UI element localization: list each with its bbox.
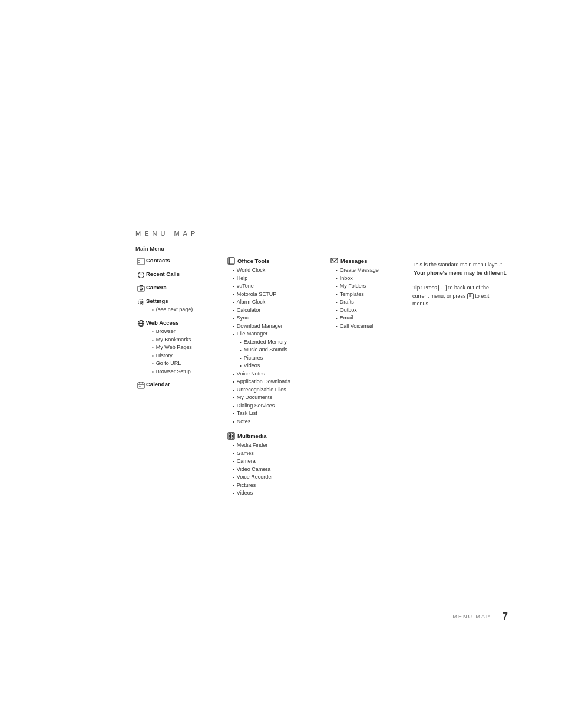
back-key-icon: ← (438, 285, 447, 291)
svg-text:31: 31 (138, 385, 141, 388)
calendar-label: Calendar (146, 380, 170, 388)
svg-rect-20 (232, 433, 233, 435)
multimedia-section: Multimedia •Media Finder •Games •Camera … (227, 431, 330, 498)
columns-wrapper: Contacts Recent Calls (135, 256, 465, 502)
messages-section: Messages •Create Message •Inbox •My Fold… (330, 256, 412, 330)
menu-item-calendar: 31 Calendar (135, 380, 227, 389)
svg-point-7 (138, 299, 144, 305)
messages-heading: Messages (330, 256, 412, 265)
svg-rect-16 (227, 257, 234, 263)
menu-item-contacts: Contacts (135, 256, 227, 265)
messages-items: •Create Message •Inbox •My Folders •Temp… (336, 266, 412, 330)
settings-icon (135, 298, 146, 306)
web-access-subitem-browser: • Browser (152, 328, 192, 336)
tip-label: Tip: (412, 285, 422, 291)
web-access-subitem-webpages: • My Web Pages (152, 344, 192, 352)
col2: Office Tools •World Clock •Help •vuTone … (227, 256, 330, 502)
menu-item-recent-calls: Recent Calls (135, 270, 227, 279)
multimedia-label: Multimedia (237, 433, 267, 439)
contacts-label: Contacts (146, 256, 170, 264)
web-access-subitem-browsersetup: • Browser Setup (152, 368, 192, 376)
svg-rect-21 (229, 436, 230, 438)
info-box: This is the standard main menu layout. Y… (412, 261, 507, 277)
svg-point-6 (140, 301, 142, 303)
info-bold: Your phone's menu may be different. (414, 270, 507, 276)
menu-item-settings: Settings • (see next page) (135, 297, 227, 314)
multimedia-heading: Multimedia (227, 431, 330, 440)
messages-label: Messages (340, 258, 367, 264)
bullet: • (152, 307, 154, 314)
office-tools-items: •World Clock •Help •vuTone •Motorola SET… (233, 266, 330, 426)
office-tools-icon (227, 256, 235, 265)
exit-key-icon: ≡ (467, 293, 474, 299)
recent-calls-label: Recent Calls (146, 270, 180, 278)
office-tools-heading: Office Tools (227, 256, 330, 265)
page-content: MENU MAP Main Menu Contacts (135, 230, 465, 502)
multimedia-icon (227, 431, 235, 440)
camera-label: Camera (146, 284, 167, 291)
menu-item-web-access: Web Access • Browser • My Bookmarks • My (135, 319, 227, 375)
settings-label: Settings (146, 297, 193, 305)
settings-subitem-0: • (see next page) (152, 306, 193, 314)
web-access-subitem-history: • History (152, 352, 192, 360)
calendar-icon: 31 (135, 381, 146, 389)
settings-subitems: • (see next page) (152, 306, 193, 314)
contacts-icon (135, 257, 146, 265)
menu-item-camera: Camera (135, 284, 227, 292)
svg-rect-22 (232, 436, 233, 438)
web-access-subitems: • Browser • My Bookmarks • My Web Pages (152, 328, 192, 375)
messages-icon (330, 256, 338, 265)
page-number: 7 (503, 611, 509, 622)
web-access-label: Web Access (146, 319, 192, 327)
svg-rect-0 (138, 258, 144, 265)
page-title: MENU MAP (135, 230, 465, 237)
tip-text1: Press (424, 285, 437, 291)
camera-icon (135, 284, 146, 292)
info-text: This is the standard main menu layout. (412, 262, 504, 268)
multimedia-items: •Media Finder •Games •Camera •Video Came… (233, 442, 330, 498)
col3: Messages •Create Message •Inbox •My Fold… (330, 256, 412, 335)
recent-calls-icon (135, 271, 146, 279)
main-menu-label: Main Menu (135, 245, 465, 252)
svg-point-5 (140, 288, 142, 290)
tip-box: Tip: Press ← to back out of the current … (412, 284, 507, 308)
web-access-subitem-goto: • Go to URL (152, 360, 192, 368)
svg-rect-4 (138, 286, 144, 291)
office-tools-section: Office Tools •World Clock •Help •vuTone … (227, 256, 330, 426)
office-tools-label: Office Tools (237, 258, 269, 264)
web-access-subitem-bookmarks: • My Bookmarks (152, 336, 192, 344)
page-footer: MENU MAP 7 (453, 611, 509, 622)
footer-text: MENU MAP (453, 614, 491, 620)
svg-rect-19 (229, 433, 230, 435)
file-manager-subitems: •Extended Memory •Music and Sounds •Pict… (240, 338, 330, 370)
col4: This is the standard main menu layout. Y… (412, 256, 530, 308)
web-access-icon (135, 319, 146, 328)
svg-rect-23 (330, 258, 337, 262)
settings-subitem-text-0: (see next page) (156, 306, 193, 314)
col1: Contacts Recent Calls (135, 256, 227, 394)
